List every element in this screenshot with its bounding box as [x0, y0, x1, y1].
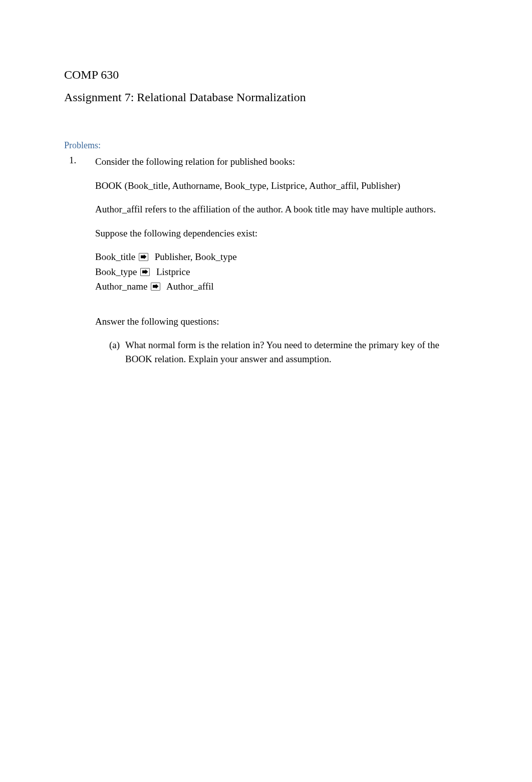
arrow-icon: 🡆 — [140, 268, 150, 276]
dep1-left: Book_title — [95, 251, 135, 262]
dep3-right: Author_affil — [164, 281, 213, 292]
sub-question-a: (a) What normal form is the relation in?… — [110, 338, 468, 366]
sub-question-list: (a) What normal form is the relation in?… — [95, 338, 468, 366]
dep2-left: Book_type — [95, 267, 137, 277]
dep1-right: Publisher, Book_type — [152, 251, 237, 262]
dep3-left: Author_name — [95, 281, 147, 292]
affiliation-note: Author_affil refers to the affiliation o… — [95, 202, 468, 216]
dependency-2: Book_type 🡆 Listprice — [95, 265, 468, 279]
problem-number: 1. — [69, 155, 76, 166]
arrow-icon: 🡆 — [151, 283, 160, 291]
dependency-1: Book_title 🡆 Publisher, Book_type — [95, 250, 468, 264]
sub-marker-a: (a) — [109, 338, 120, 352]
answer-intro: Answer the following questions: — [95, 315, 468, 329]
section-heading-problems: Problems: — [64, 140, 468, 151]
sub-question-a-text: What normal form is the relation in? You… — [125, 340, 439, 364]
problem-intro: Consider the following relation for publ… — [95, 155, 468, 169]
dependency-group: Book_title 🡆 Publisher, Book_type Book_t… — [95, 250, 468, 294]
relation-definition: BOOK (Book_title, Authorname, Book_type,… — [95, 179, 468, 193]
suppose-dependencies: Suppose the following dependencies exist… — [95, 226, 468, 240]
problem-list: 1. Consider the following relation for p… — [64, 155, 468, 366]
arrow-icon: 🡆 — [139, 253, 148, 261]
course-code: COMP 630 — [64, 68, 468, 82]
dep2-right: Listprice — [154, 267, 190, 277]
problem-item-1: 1. Consider the following relation for p… — [83, 155, 468, 366]
dependency-3: Author_name 🡆 Author_affil — [95, 280, 468, 294]
problem-body: Consider the following relation for publ… — [83, 155, 468, 366]
assignment-title: Assignment 7: Relational Database Normal… — [64, 91, 468, 104]
